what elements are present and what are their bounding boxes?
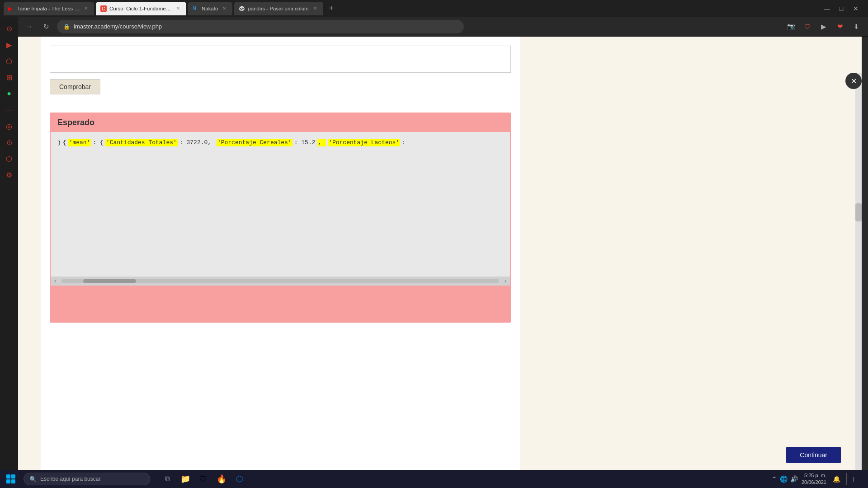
minimize-button[interactable]: — [822, 4, 832, 14]
main-content: Comprobar Esperado ) {'mean': {'Cantidad… [41, 37, 520, 470]
windows-logo-icon [6, 474, 15, 483]
new-tab-button[interactable]: + [325, 2, 338, 15]
tab-nakato[interactable]: N Nakato ✕ [188, 2, 232, 15]
window-controls: — □ ✕ [822, 4, 864, 14]
dialog-close-button[interactable]: ✕ [845, 73, 862, 89]
tab-tame-impala[interactable]: ▶ Tame Impala - The Less I K ✕ [4, 2, 94, 15]
code-textarea[interactable] [50, 46, 511, 73]
tab4-favicon: 🐼 [239, 5, 245, 12]
tab2-favicon: C [100, 5, 107, 12]
firefox-button[interactable]: 🔥 [213, 471, 230, 487]
scroll-right-button[interactable]: › [503, 278, 508, 284]
tray-volume-icon[interactable]: 🔊 [790, 475, 798, 483]
defender-button[interactable]: 🛡 [195, 471, 212, 487]
minus-icon[interactable]: — [2, 103, 16, 117]
clock-time: 5:25 p. m. [802, 472, 826, 479]
forward-button[interactable]: → [23, 20, 35, 33]
cantidades-value: : 3722.0, [179, 139, 215, 146]
tab3-close[interactable]: ✕ [221, 5, 228, 12]
colon-brace: : { [93, 139, 103, 146]
maximize-button[interactable]: □ [836, 4, 846, 14]
gamepad-icon[interactable]: ⊞ [2, 70, 16, 84]
refresh-button[interactable]: ↻ [40, 20, 52, 33]
comma-highlighted: , [317, 139, 326, 146]
left-sidebar: ⊙ ▶ ⬡ ⊞ ● — ◎ ⊙ ⬡ ⚙ [0, 17, 18, 470]
heart-icon[interactable]: ❤ [834, 20, 846, 33]
scroll-handle[interactable] [83, 279, 136, 283]
box-icon[interactable]: ⬡ [2, 151, 16, 166]
tab4-title: pandas - Pasar una colum [248, 6, 308, 11]
camera-icon[interactable]: 📷 [785, 20, 797, 33]
code-scrollbar[interactable]: ‹ › [51, 277, 510, 286]
code-output-area: ) {'mean': {'Cantidades Totales': 3722.0… [51, 132, 510, 277]
cereales-key: 'Porcentaje Cereales' [217, 139, 292, 146]
bottom-action-button[interactable]: Continuar [786, 447, 841, 463]
clock-sidebar-icon[interactable]: ⊙ [2, 135, 16, 150]
tab-pandas[interactable]: 🐼 pandas - Pasar una colum ✕ [234, 2, 323, 15]
play-icon[interactable]: ▶ [817, 20, 830, 33]
taskbar-search-text: Escribe aquí para buscar. [40, 476, 102, 482]
bottom-action-area: Continuar [786, 447, 841, 463]
taskbar: 🔍 Escribe aquí para buscar. ⧉ 📁 🛡 🔥 ⬡ ⌃ … [0, 470, 868, 488]
tab2-title: Curso: Ciclo 1-Fundamento [109, 6, 172, 11]
home-icon[interactable]: ⊙ [2, 21, 16, 36]
textarea-section [41, 37, 520, 79]
taskbar-search[interactable]: 🔍 Escribe aquí para buscar. [24, 473, 150, 485]
settings-icon[interactable]: ⚙ [2, 168, 16, 182]
system-tray: ⌃ 🌐 🔊 5:25 p. m. 20/06/2021 🔔 | [772, 472, 864, 486]
tab1-favicon: ▶ [8, 5, 14, 12]
window-close-button[interactable]: ✕ [851, 4, 861, 14]
show-desktop-button[interactable]: | [846, 473, 859, 485]
scrollbar-thumb[interactable] [855, 203, 862, 221]
tab3-title: Nakato [202, 6, 218, 11]
notification-button[interactable]: 🔔 [830, 473, 843, 485]
lacteos-key: 'Porcentaje Lacteos' [328, 139, 400, 146]
expected-section: Esperado ) {'mean': {'Cantidades Totales… [50, 113, 511, 323]
opening-brace: { [63, 139, 66, 146]
scroll-track[interactable] [61, 279, 499, 283]
task-view-button[interactable]: ⧉ [159, 471, 175, 487]
tray-up-arrow-icon[interactable]: ⌃ [772, 475, 777, 483]
toolbar-icons: 📷 🛡 ▶ ❤ ⬇ [785, 20, 863, 33]
clock-date: 20/06/2021 [802, 479, 826, 486]
line-prefix: ) [57, 139, 61, 146]
system-clock[interactable]: 5:25 p. m. 20/06/2021 [802, 472, 826, 486]
tab1-close[interactable]: ✕ [82, 5, 90, 12]
address-bar: ← → ↻ 🔒 imaster.academy/course/view.php … [0, 17, 868, 37]
tab3-favicon: N [193, 5, 199, 12]
play-circle-icon[interactable]: ◎ [2, 119, 16, 133]
cereales-value: : 15.2 [294, 139, 316, 146]
page-scrollbar[interactable] [855, 73, 862, 470]
title-bar: ▶ Tame Impala - The Less I K ✕ C Curso: … [0, 0, 868, 17]
taskbar-apps: ⧉ 📁 🛡 🔥 ⬡ [159, 471, 248, 487]
comprobar-button[interactable]: Comprobar [50, 79, 100, 94]
shield-check-icon[interactable]: 🛡 [801, 20, 814, 33]
video-icon[interactable]: ▶ [2, 38, 16, 52]
address-text: imaster.academy/course/view.php [74, 23, 162, 30]
mean-key: 'mean' [68, 139, 91, 146]
start-button[interactable] [4, 472, 18, 486]
page-content: ✕ Comprobar Esperado ) {'mean': {'Cantid… [18, 37, 862, 470]
browser-window: ▶ Tame Impala - The Less I K ✕ C Curso: … [0, 0, 868, 488]
shopping-icon[interactable]: ⬡ [2, 54, 16, 68]
lock-icon: 🔒 [63, 23, 70, 30]
tray-icons: ⌃ 🌐 🔊 [772, 475, 798, 483]
scroll-left-button[interactable]: ‹ [52, 278, 58, 284]
file-explorer-button[interactable]: 📁 [177, 471, 193, 487]
expected-title: Esperado [57, 118, 94, 127]
pink-bottom-area [51, 286, 510, 322]
code-line-1: ) {'mean': {'Cantidades Totales': 3722.0… [57, 139, 503, 146]
tab-curso[interactable]: C Curso: Ciclo 1-Fundamento ✕ [96, 2, 186, 15]
vscode-button[interactable]: ⬡ [231, 471, 248, 487]
whatsapp-icon[interactable]: ● [2, 86, 16, 101]
download-icon[interactable]: ⬇ [850, 20, 863, 33]
tab1-title: Tame Impala - The Less I K [17, 6, 80, 11]
button-section: Comprobar [41, 79, 520, 103]
tab2-close[interactable]: ✕ [175, 5, 182, 12]
tab4-close[interactable]: ✕ [311, 5, 319, 12]
tray-network-icon[interactable]: 🌐 [780, 475, 788, 483]
search-icon: 🔍 [29, 476, 37, 483]
address-input[interactable]: 🔒 imaster.academy/course/view.php [57, 20, 464, 33]
lacteos-colon: : [402, 139, 406, 146]
cantidades-key: 'Cantidades Totales' [105, 139, 178, 146]
